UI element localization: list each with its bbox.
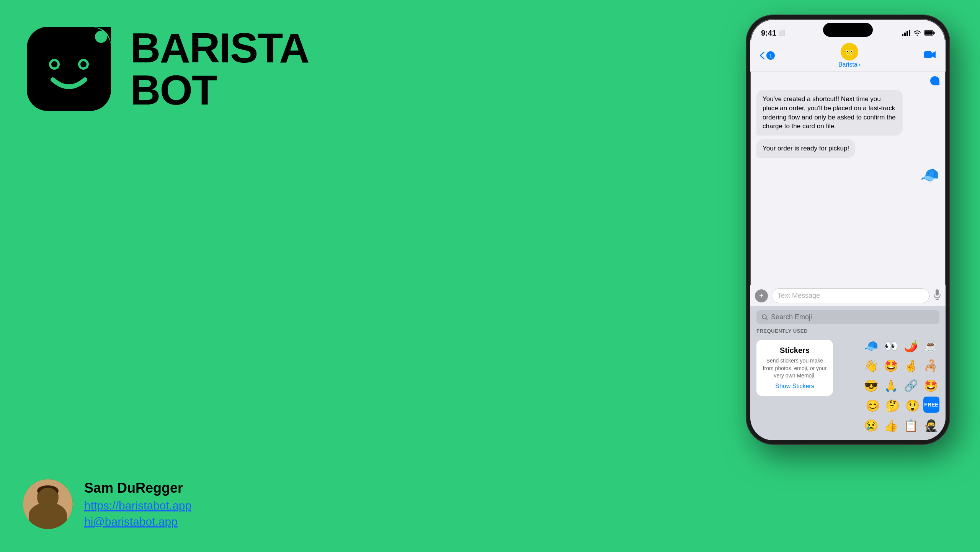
message-input[interactable]: Text Message <box>772 288 929 303</box>
contact-avatar-icon <box>841 43 858 60</box>
message-text-1: You've created a shortcut!! Next time yo… <box>756 90 903 136</box>
messages-area: You've created a shortcut!! Next time yo… <box>750 72 946 285</box>
svg-rect-17 <box>934 32 935 34</box>
add-attachment-button[interactable]: + <box>755 289 768 302</box>
dynamic-island <box>823 23 873 37</box>
emoji-coffee[interactable]: ☕ <box>922 337 939 354</box>
logo-container: BARISTA BOT <box>23 23 337 115</box>
presenter-website[interactable]: https://baristabot.app <box>84 499 191 512</box>
left-section: BARISTA BOT <box>23 23 337 115</box>
stickers-description: Send stickers you make from photos, emoj… <box>763 357 827 380</box>
message-bubble-1: You've created a shortcut!! Next time yo… <box>756 90 939 136</box>
emoji-row-3: 😎 🙏 🔗 🤩 <box>837 377 939 394</box>
video-call-button[interactable] <box>924 50 936 62</box>
brand-name: BARISTA BOT <box>130 27 309 111</box>
emoji-cap[interactable]: 🧢 <box>862 337 880 354</box>
stickers-title: Stickers <box>763 346 827 355</box>
frequently-used-label: FREQUENTLY USED <box>756 328 939 334</box>
emoji-thinking[interactable]: 🤔 <box>884 397 901 414</box>
presenter-email[interactable]: hi@baristabot.app <box>84 515 191 528</box>
presenter-name: Sam DuRegger <box>84 480 191 496</box>
emoji-clipboard[interactable]: 📋 <box>902 416 920 434</box>
emoji-cry[interactable]: 😢 <box>862 416 880 434</box>
contact-name: Barista <box>838 61 858 68</box>
back-chevron-icon <box>760 51 765 60</box>
emoji-star-eyes-2[interactable]: 🤩 <box>922 377 939 394</box>
signal-icon <box>902 30 910 36</box>
screen-icon: ⬜ <box>778 30 785 36</box>
emoji-thumbsup[interactable]: 👍 <box>882 416 900 434</box>
show-stickers-button[interactable]: Show Stickers <box>763 383 827 390</box>
svg-point-1 <box>95 31 107 43</box>
presenter-avatar <box>23 479 73 529</box>
emoji-message: 🧢 <box>756 166 939 184</box>
phone-content: 9:41 ⬜ <box>750 19 946 440</box>
svg-point-4 <box>51 61 57 67</box>
emoji-astonished[interactable]: 😲 <box>903 397 921 414</box>
wifi-icon <box>913 30 921 36</box>
presenter-text: Sam DuRegger https://baristabot.app hi@b… <box>84 480 191 528</box>
emoji-pepper[interactable]: 🌶️ <box>902 337 920 354</box>
svg-point-28 <box>762 315 766 319</box>
battery-icon <box>924 30 935 36</box>
svg-rect-24 <box>924 51 932 58</box>
svg-point-21 <box>847 51 848 52</box>
emoji-row-4: 😊 🤔 😲 FREE <box>837 397 939 414</box>
phone-container: 9:41 ⬜ <box>746 8 949 544</box>
status-icons <box>902 30 935 36</box>
message-text-2: Your order is ready for pickup! <box>756 139 855 158</box>
emoji-wave[interactable]: 👋 <box>862 357 880 374</box>
emoji-search-placeholder: Search Emoji <box>771 313 812 321</box>
svg-rect-12 <box>902 34 903 36</box>
svg-rect-19 <box>843 46 856 58</box>
emoji-scorpion[interactable]: 🦂 <box>922 357 939 374</box>
emoji-link[interactable]: 🔗 <box>902 377 920 394</box>
emoji-row-2: 👋 🤩 🤞 🦂 <box>837 357 939 374</box>
emoji-praying[interactable]: 🙏 <box>882 377 900 394</box>
nav-center[interactable]: Barista › <box>838 43 861 68</box>
svg-point-23 <box>851 51 852 52</box>
input-placeholder: Text Message <box>777 292 820 299</box>
emoji-row-1: 🧢 👀 🌶️ ☕ <box>837 337 939 354</box>
svg-rect-15 <box>909 30 910 36</box>
emoji-search-bar[interactable]: Search Emoji <box>756 310 939 324</box>
emoji-smile[interactable]: 😊 <box>864 397 881 414</box>
emoji-crossed-fingers[interactable]: 🤞 <box>902 357 920 374</box>
svg-rect-14 <box>906 31 908 36</box>
svg-rect-18 <box>925 31 933 35</box>
barista-bot-logo-icon <box>23 23 115 115</box>
input-bar: + Text Message <box>750 285 946 306</box>
emoji-keyboard: Search Emoji FREQUENTLY USED Stickers Se… <box>750 306 946 440</box>
microphone-button[interactable] <box>933 289 941 302</box>
svg-point-11 <box>31 510 65 529</box>
emoji-eyes[interactable]: 👀 <box>882 337 900 354</box>
stickers-panel: Stickers Send stickers you make from pho… <box>756 340 833 396</box>
presenter-info: Sam DuRegger https://baristabot.app hi@b… <box>23 479 191 529</box>
svg-rect-13 <box>904 33 906 36</box>
back-badge: 1 <box>766 51 775 60</box>
svg-line-29 <box>766 318 768 320</box>
emoji-star-eyes[interactable]: 🤩 <box>882 357 900 374</box>
message-bubble-2: Your order is ready for pickup! <box>756 139 939 162</box>
search-icon <box>762 314 768 320</box>
emoji-ninja[interactable]: 🥷 <box>922 416 939 434</box>
back-button[interactable]: 1 <box>760 51 775 60</box>
phone-frame: 9:41 ⬜ <box>746 15 949 444</box>
nav-chevron: › <box>859 61 861 68</box>
nav-bar: 1 <box>750 40 946 72</box>
svg-point-7 <box>80 61 87 67</box>
status-time: 9:41 <box>761 29 776 38</box>
emoji-sunglasses[interactable]: 😎 <box>862 377 880 394</box>
emoji-row-5: 😢 👍 📋 🥷 <box>837 416 939 434</box>
prev-sent-bubble <box>930 76 939 85</box>
svg-rect-25 <box>936 289 939 296</box>
free-badge[interactable]: FREE <box>923 397 939 413</box>
